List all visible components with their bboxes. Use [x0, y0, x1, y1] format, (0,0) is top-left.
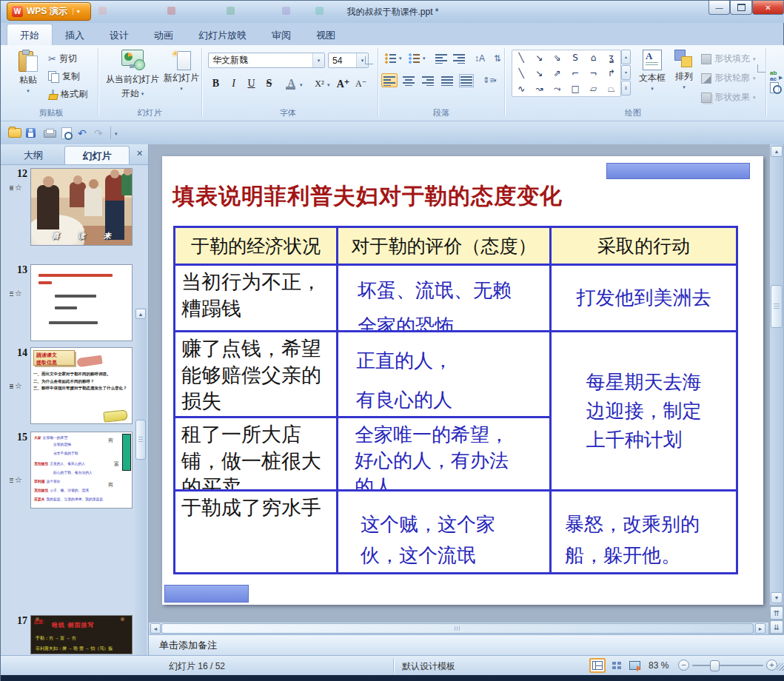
font-dialog-launcher[interactable]	[365, 56, 373, 64]
slide-thumbnail-14[interactable]: 跳读课文 提取信息 一、画出文中全家对于勒不同的称呼词语。 二、为什么会有如此不…	[30, 347, 133, 424]
shape-glyph[interactable]: ⌐	[572, 66, 579, 81]
horizontal-scrollbar-thumb[interactable]	[161, 623, 754, 634]
font-size-combo[interactable]: 54 ▾	[328, 53, 369, 68]
table-header-cell[interactable]: 对于勒的评价（态度）	[338, 228, 552, 266]
chevron-down-icon[interactable]: ▾	[494, 78, 497, 84]
shape-glyph[interactable]: ╲	[519, 66, 524, 81]
slide-sorter-button[interactable]	[609, 658, 625, 673]
zoom-out-button[interactable]: −	[678, 660, 689, 671]
close-panel-icon[interactable]: ✕	[136, 149, 143, 158]
previous-slide-button[interactable]: ⇈	[770, 606, 783, 620]
cut-button[interactable]: ✂剪切	[48, 53, 77, 65]
attitude-table[interactable]: 于勒的经济状况 对于勒的评价（态度） 采取的行动 当初行为不正，糟蹋钱 坏蛋、流…	[173, 226, 738, 574]
minimize-button[interactable]: —	[708, 1, 730, 15]
scroll-up-icon[interactable]: ▲	[135, 309, 146, 319]
drawing-dialog-launcher[interactable]	[757, 64, 765, 73]
format-painter-button[interactable]: 格式刷	[48, 88, 87, 101]
zoom-in-button[interactable]: +	[766, 660, 777, 671]
underline-button[interactable]: U	[244, 76, 259, 91]
print-preview-button[interactable]	[61, 127, 72, 139]
zoom-slider-track[interactable]	[692, 665, 763, 666]
shape-glyph[interactable]: S	[572, 50, 578, 65]
normal-view-button[interactable]	[589, 658, 606, 673]
copy-button[interactable]: 复制	[48, 70, 80, 83]
text-direction-button[interactable]: ⇅	[489, 51, 506, 65]
maximize-button[interactable]	[730, 1, 752, 15]
shape-outline-button[interactable]: 形状轮廓▾	[701, 72, 756, 84]
chevron-down-icon[interactable]: ▾	[423, 56, 426, 61]
line-spacing-tool-button[interactable]: ↕A	[472, 51, 488, 65]
tab-review[interactable]: 审阅	[259, 24, 304, 46]
shape-glyph[interactable]: ╲	[519, 50, 524, 65]
table-cell-economy[interactable]: 当初行为不正，糟蹋钱	[175, 266, 338, 332]
table-cell-evaluation[interactable]: 坏蛋、流氓、无赖 全家的恐怖	[338, 266, 552, 332]
chevron-down-icon[interactable]: ▾	[300, 82, 303, 88]
open-button[interactable]	[8, 127, 21, 139]
text-box-button[interactable]: 文本框 ▾	[636, 50, 669, 92]
table-header-cell[interactable]: 采取的行动	[552, 228, 736, 266]
expand-group-icon[interactable]: ▶	[779, 75, 783, 81]
gallery-down-icon[interactable]: ▾	[621, 65, 631, 80]
next-slide-button[interactable]: ⇊	[770, 620, 783, 634]
shape-glyph[interactable]: ⇘	[554, 50, 561, 65]
tab-slides[interactable]: 幻灯片	[64, 146, 130, 164]
toolbar-options-icon[interactable]: ▾	[115, 131, 118, 137]
shape-glyph[interactable]: ↘	[535, 50, 543, 65]
vertical-scrollbar-thumb[interactable]	[771, 285, 783, 328]
shape-glyph[interactable]: ⤳	[554, 81, 561, 96]
shape-glyph[interactable]: ↘	[535, 66, 543, 81]
gallery-up-icon[interactable]: ▴	[621, 50, 631, 64]
superscript-button[interactable]: X²	[312, 76, 327, 91]
replace-button[interactable]: abac	[770, 70, 777, 82]
redo-button[interactable]: ↷	[94, 127, 103, 139]
shape-glyph[interactable]: □	[571, 81, 579, 96]
increase-indent-button[interactable]	[451, 51, 467, 65]
scroll-up-icon[interactable]: ▲	[771, 146, 783, 157]
start-from-current-slide-button[interactable]: 从当前幻灯片 开始▾	[104, 50, 161, 100]
align-right-button[interactable]	[420, 73, 436, 87]
paste-button[interactable]: 粘贴 ▾	[11, 50, 45, 94]
zoom-slider-thumb[interactable]	[710, 660, 720, 671]
find-icon[interactable]	[770, 82, 782, 94]
shape-glyph[interactable]: ↱	[608, 66, 615, 81]
table-cell-action[interactable]: 打发他到美洲去	[552, 266, 736, 332]
table-cell-evaluation[interactable]: 这个贼，这个家 伙，这个流氓	[338, 492, 552, 572]
table-cell-action[interactable]: 暴怒，改乘别的 船，躲开他。	[552, 492, 736, 572]
shape-glyph[interactable]: ▱	[590, 81, 597, 96]
align-center-button[interactable]	[401, 73, 417, 87]
shape-glyph[interactable]: ⌂	[591, 50, 597, 65]
shape-glyph[interactable]: ⇗	[554, 66, 561, 81]
chevron-down-icon[interactable]: ▾	[399, 56, 402, 61]
font-name-combo[interactable]: 华文新魏 ▾	[208, 53, 325, 68]
table-cell-economy[interactable]: 赚了点钱，希望能够赔偿父亲的损失	[175, 332, 338, 418]
deco-blue-rect-bottom[interactable]	[164, 585, 249, 603]
tab-outline[interactable]: 大纲	[4, 146, 63, 164]
table-cell-evaluation[interactable]: 全家唯一的希望， 好心的人，有办法 的人	[338, 418, 552, 492]
deco-blue-rect-top[interactable]	[606, 163, 750, 179]
table-cell-evaluation[interactable]: 正直的人， 有良心的人	[338, 332, 552, 418]
italic-button[interactable]: I	[226, 76, 241, 91]
shape-fill-button[interactable]: 形状填充▾	[701, 53, 756, 65]
numbering-button[interactable]	[406, 51, 423, 65]
undo-button[interactable]: ↶	[78, 127, 87, 139]
font-color-button[interactable]: A	[284, 76, 299, 91]
shape-glyph[interactable]: ∿	[517, 81, 525, 96]
decrease-indent-button[interactable]	[433, 51, 449, 65]
slide-canvas[interactable]: 填表说明菲利普夫妇对于勒的态度变化 于勒的经济状况 对于勒的评价（态度） 采取的…	[162, 156, 763, 605]
slide-thumbnail-13[interactable]	[30, 264, 133, 341]
table-header-cell[interactable]: 于勒的经济状况	[175, 228, 338, 266]
tab-animation[interactable]: 动画	[141, 24, 186, 46]
shape-effect-button[interactable]: 形状效果▾	[701, 91, 756, 104]
shape-glyph[interactable]: ⏢	[608, 81, 615, 96]
chevron-down-icon[interactable]: ▾	[327, 82, 330, 88]
slide-thumbnail-15[interactable]: 大家全家唯一的希望 全家的恐怖 分文不值的于勒 克拉丽丝正直的人、有良心的人 好…	[30, 432, 133, 509]
shape-glyph[interactable]: ¬	[589, 66, 597, 81]
table-cell-action-merged[interactable]: 每星期天去海 边迎接，制定 上千种计划	[552, 332, 736, 492]
close-button[interactable]: ✕	[752, 1, 784, 15]
tab-home[interactable]: 开始	[7, 24, 53, 46]
panel-scrollbar-thumb[interactable]	[135, 420, 146, 460]
scroll-left-icon[interactable]: ◄	[150, 623, 161, 634]
slideshow-button[interactable]	[626, 658, 643, 673]
table-cell-economy[interactable]: 于勒成了穷水手	[175, 492, 338, 572]
shape-glyph[interactable]: ʓ	[609, 50, 614, 65]
